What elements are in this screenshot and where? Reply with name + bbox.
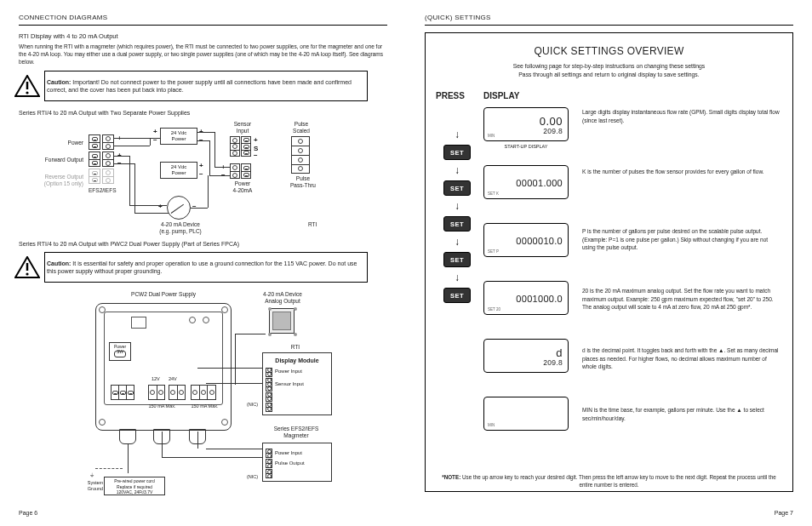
set-button: SET bbox=[443, 145, 471, 160]
desc-1: K is the number of pulses the flow senso… bbox=[582, 168, 782, 202]
svg-point-2 bbox=[26, 92, 28, 94]
lcd-corner: SET 20 bbox=[488, 307, 500, 312]
desc-4: d is the decimal point. It toggles back … bbox=[582, 346, 782, 380]
set-button: SET bbox=[443, 252, 471, 267]
reverse-label-2: (Option 15 only) bbox=[27, 180, 83, 186]
device-label: 4-20 mA Device (e.g. pump, PLC) bbox=[146, 221, 214, 234]
caution-label: Caution: bbox=[47, 260, 71, 266]
v24-label: 24V bbox=[169, 376, 177, 381]
nic-1: (NIC) bbox=[247, 402, 258, 407]
arrow-down-icon: ↓ bbox=[455, 272, 460, 283]
caution-box-2: Caution: It is essential for safety and … bbox=[44, 252, 368, 283]
forward-label: Forward Output bbox=[29, 157, 83, 163]
diagram-2: PCW2 Dual Power Supply 4-20 mA Device An… bbox=[19, 291, 387, 512]
efs-title: Series EFS2/IEFS Magmeter bbox=[266, 426, 327, 438]
diagram-1: Power Forward Output Reverse Output (Opt… bbox=[19, 119, 387, 234]
caution-text-2: Caution: It is essential for safety and … bbox=[47, 260, 362, 276]
mmax1: 150 mA Max. bbox=[143, 403, 181, 409]
page-number: Page 7 bbox=[775, 510, 793, 516]
lcd-corner: SET K bbox=[488, 192, 499, 196]
set-button: SET bbox=[443, 288, 471, 303]
press-column: PRESS ↓ SET ↓ SET ↓ SET ↓ SET ↓ SET bbox=[436, 91, 478, 466]
quick-settings-title: QUICK SETTINGS OVERVIEW bbox=[436, 45, 782, 57]
rti-label: RTI bbox=[278, 344, 312, 350]
quick-settings-subtitle: See following page for step-by-step inst… bbox=[436, 62, 782, 79]
press-heading: PRESS bbox=[436, 91, 478, 100]
rti-module-title: Display Module bbox=[266, 357, 329, 366]
lcd-value: 0000010.0 bbox=[516, 237, 563, 246]
arrow-down-icon: ↓ bbox=[455, 237, 460, 247]
lcd-corner: MIN bbox=[488, 423, 495, 427]
caution-label: Caution: bbox=[47, 79, 71, 85]
lcd-2: 0000010.0 SET P bbox=[483, 223, 569, 257]
analog-device-icon bbox=[269, 308, 294, 334]
efs-label: EFS2/IEFS bbox=[89, 187, 117, 193]
mmax2: 150 mA Max. bbox=[186, 403, 224, 409]
desc-5: MIN is the time base, for example, gallo… bbox=[582, 406, 782, 440]
arrow-down-icon: ↓ bbox=[455, 129, 460, 140]
power420-label: Power 4-20mA bbox=[226, 180, 259, 193]
reverse-label-1: Reverse Output bbox=[27, 174, 83, 180]
lcd-corner: SET P bbox=[488, 249, 499, 254]
set-button: SET bbox=[443, 180, 471, 196]
lcd-value: 0001000.0 bbox=[516, 294, 563, 304]
lcd-big: 0.00 bbox=[540, 116, 563, 127]
rule bbox=[19, 25, 387, 26]
note-label: *NOTE: bbox=[442, 474, 460, 480]
section-title: RTI Display with 4 to 20 mA Output bbox=[19, 32, 387, 40]
right-page: (QUICK) SETTINGS QUICK SETTINGS OVERVIEW… bbox=[406, 0, 812, 526]
rti-power-input: Power Input bbox=[275, 368, 302, 375]
rti-sensor-input: Sensor Input bbox=[275, 380, 304, 388]
quick-settings-box: QUICK SETTINGS OVERVIEW See following pa… bbox=[425, 32, 793, 492]
desc-0: Large digits display instantaneous flow … bbox=[582, 108, 782, 142]
nic-2: (NIC) bbox=[247, 474, 258, 479]
desc-3: 20 is the 20 mA maximum analog output. S… bbox=[582, 287, 782, 329]
page-number: Page 6 bbox=[19, 510, 37, 516]
caution-body: It is essential for safety and proper op… bbox=[47, 260, 357, 274]
rti-label: RTI bbox=[308, 221, 317, 227]
description-column: Large digits display instantaneous flow … bbox=[582, 91, 782, 466]
sub-line-1: See following page for step-by-step inst… bbox=[513, 63, 706, 69]
pulse-scaled-label: Pulse Scaled bbox=[286, 121, 317, 134]
warning-icon bbox=[14, 75, 40, 97]
lcd-corner: MIN bbox=[488, 134, 495, 138]
lcd-1: 00001.000 SET K bbox=[483, 165, 569, 199]
meter-icon bbox=[167, 196, 191, 220]
lcd-0: 0.00 209.8 MIN START-UP DISPLAY bbox=[483, 107, 569, 141]
lcd-small: 209.8 bbox=[543, 128, 563, 135]
footnote: *NOTE: Use the up arrow key to reach you… bbox=[436, 474, 782, 489]
pulse-pass-label: Pulse Pass-Thru bbox=[284, 175, 322, 188]
rti-module: Display Module Power Input Sensor Input bbox=[262, 352, 332, 415]
caution-box-1: Caution: Important! Do not connect power… bbox=[44, 71, 368, 101]
vdc-box-2: 24 Vdc Power bbox=[160, 162, 197, 179]
display-heading: DISPLAY bbox=[483, 91, 577, 100]
sub-line-2: Pass through all settings and return to … bbox=[518, 71, 699, 77]
lcd-4: d 209.8 bbox=[483, 339, 569, 373]
lcd-value: 00001.000 bbox=[516, 179, 563, 188]
lcd-sub: START-UP DISPLAY bbox=[484, 144, 568, 149]
intro-text: When running the RTI with a magmeter (wh… bbox=[19, 43, 387, 66]
caution-text-1: Caution: Important! Do not connect power… bbox=[47, 78, 362, 94]
lcd-3: 0001000.0 SET 20 bbox=[483, 281, 569, 315]
pcw2-title: PCW2 Dual Power Supply bbox=[112, 291, 214, 297]
svg-point-5 bbox=[26, 273, 28, 276]
efs-module: Power Input Pulse Output bbox=[262, 443, 332, 482]
v12-label: 12V bbox=[152, 376, 160, 381]
power-label: Power bbox=[43, 140, 83, 146]
arrow-down-icon: ↓ bbox=[455, 165, 460, 175]
cord-box: Pre-wired power cord Replace if required… bbox=[104, 477, 165, 495]
caution-body: Important! Do not connect power to the p… bbox=[47, 79, 352, 93]
note-body: Use the up arrow key to reach your desir… bbox=[460, 474, 776, 488]
lcd-5: MIN bbox=[483, 397, 569, 431]
set-button: SET bbox=[443, 216, 471, 232]
efs-pulse-output: Pulse Output bbox=[275, 460, 305, 467]
display-column: DISPLAY 0.00 209.8 MIN START-UP DISPLAY … bbox=[483, 91, 577, 466]
efs-power-input: Power Input bbox=[275, 449, 302, 457]
desc-2: P is the number of gallons per pulse des… bbox=[582, 227, 782, 261]
arrow-down-icon: ↓ bbox=[455, 201, 460, 211]
subcaption-1: Series RTI/4 to 20 mA Output with Two Se… bbox=[19, 110, 387, 116]
lcd-small: 209.8 bbox=[543, 359, 563, 367]
warning-icon bbox=[14, 256, 40, 278]
rule bbox=[425, 25, 793, 26]
left-header: CONNECTION DIAGRAMS bbox=[19, 14, 387, 21]
